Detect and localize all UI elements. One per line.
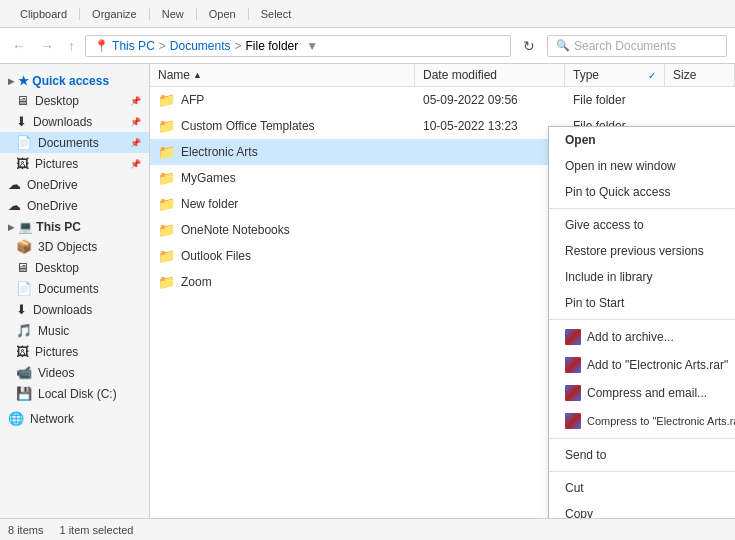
sidebar-item-network[interactable]: 🌐 Network [0,408,149,429]
ctx-include-library[interactable]: Include in library ► [549,264,735,290]
back-button[interactable]: ← [8,36,30,56]
status-bar: 8 items 1 item selected [0,518,735,540]
clipboard-label: Clipboard [20,8,67,20]
this-pc-header[interactable]: ▶ 💻 This PC [0,216,149,236]
file-date-outlook [415,254,565,258]
sidebar-item-documents-quick[interactable]: 📄 Documents 📌 [0,132,149,153]
ctx-open-new-window[interactable]: Open in new window [549,153,735,179]
open-label: Open [209,8,236,20]
main-area: ▶ ★ Quick access 🖥 Desktop 📌 ⬇ Downloads… [0,64,735,518]
network-icon: 🌐 [8,411,24,426]
sidebar-item-videos[interactable]: 📹 Videos [0,362,149,383]
sidebar-item-documents[interactable]: 📄 Documents [0,278,149,299]
ctx-compress-ea-email[interactable]: Compress to "Electronic Arts.rar" and em… [549,407,735,435]
sidebar-item-downloads-quick[interactable]: ⬇ Downloads 📌 [0,111,149,132]
ctx-copy[interactable]: Copy [549,501,735,518]
sidebar-item-pictures[interactable]: 🖼 Pictures [0,341,149,362]
ctx-give-access[interactable]: Give access to ► [549,212,735,238]
sidebar-item-downloads[interactable]: ⬇ Downloads [0,299,149,320]
folder-icon: 📁 [158,222,175,238]
toolbar-select: Select [249,8,304,20]
size-header-label: Size [673,68,696,82]
pictures-quick-label: Pictures [35,157,122,171]
forward-button[interactable]: → [36,36,58,56]
address-path[interactable]: 📍 This PC > Documents > File folder ▼ [85,35,511,57]
downloads2-label: Downloads [33,303,141,317]
sidebar-item-onedrive1[interactable]: ☁ OneDrive [0,174,149,195]
search-box[interactable]: 🔍 Search Documents [547,35,727,57]
rar-icon2 [565,357,581,373]
sidebar-item-onedrive2[interactable]: ☁ OneDrive [0,195,149,216]
col-header-type[interactable]: Type ✓ [565,64,665,86]
ctx-pin-quick-access[interactable]: Pin to Quick access [549,179,735,205]
music-icon: 🎵 [16,323,32,338]
ctx-compress-email[interactable]: Compress and email... [549,379,735,407]
file-name-cot: 📁 Custom Office Templates [150,116,415,136]
file-name-mygames: 📁 MyGames [150,168,415,188]
pictures-icon: 🖼 [16,156,29,171]
address-bar: ← → ↑ 📍 This PC > Documents > File folde… [0,28,735,64]
sidebar-item-pictures-quick[interactable]: 🖼 Pictures 📌 [0,153,149,174]
file-name-afp: 📁 AFP [150,90,415,110]
chevron-icon: ▶ [8,77,14,86]
col-header-date[interactable]: Date modified [415,64,565,86]
downloads-label: Downloads [33,115,122,129]
up-button[interactable]: ↑ [64,36,79,56]
table-row[interactable]: 📁 AFP 05-09-2022 09:56 File folder [150,87,735,113]
music-label: Music [38,324,141,338]
name-header-label: Name [158,68,190,82]
onedrive-icon2: ☁ [8,198,21,213]
ctx-add-archive[interactable]: Add to archive... [549,323,735,351]
3dobjects-label: 3D Objects [38,240,141,254]
path-documents: Documents [170,39,231,53]
sidebar-item-localdisk[interactable]: 💾 Local Disk (C:) [0,383,149,404]
rar-icon3 [565,385,581,401]
sidebar-item-desktop[interactable]: 🖥 Desktop [0,257,149,278]
context-menu: Open Open in new window Pin to Quick acc… [548,126,735,518]
refresh-button[interactable]: ↻ [517,36,541,56]
folder-icon: 📁 [158,92,175,108]
file-size-afp [665,98,735,102]
search-icon: 🔍 [556,39,570,52]
file-name-newfolder: 📁 New folder [150,194,415,214]
select-label: Select [261,8,292,20]
item-count: 8 items [8,524,43,536]
network-label: Network [30,412,141,426]
onedrive-icon1: ☁ [8,177,21,192]
ctx-send-to[interactable]: Send to ► [549,442,735,468]
organize-label: Organize [92,8,137,20]
ctx-restore-versions[interactable]: Restore previous versions [549,238,735,264]
ctx-pin-start[interactable]: Pin to Start [549,290,735,316]
sidebar-item-3dobjects[interactable]: 📦 3D Objects [0,236,149,257]
sidebar-item-desktop-quick[interactable]: 🖥 Desktop 📌 [0,90,149,111]
folder-icon: 📁 [158,274,175,290]
desktop2-label: Desktop [35,261,141,275]
type-header-label: Type [573,68,599,82]
localdisk-icon: 💾 [16,386,32,401]
rar-icon1 [565,329,581,345]
sidebar-item-music[interactable]: 🎵 Music [0,320,149,341]
ctx-sep2 [549,319,735,320]
desktop-label: Desktop [35,94,122,108]
ctx-open[interactable]: Open [549,127,735,153]
ctx-add-ea-rar[interactable]: Add to "Electronic Arts.rar" [549,351,735,379]
quick-access-header[interactable]: ▶ ★ Quick access [0,70,149,90]
search-placeholder: Search Documents [574,39,676,53]
file-date-afp: 05-09-2022 09:56 [415,91,565,109]
file-type-afp: File folder [565,91,665,109]
file-date-ea [415,150,565,154]
col-header-name[interactable]: Name ▲ [150,64,415,86]
desktop-icon: 🖥 [16,93,29,108]
documents2-label: Documents [38,282,141,296]
this-pc-label: 💻 This PC [18,220,81,234]
documents2-icon: 📄 [16,281,32,296]
ctx-sep3 [549,438,735,439]
desktop2-icon: 🖥 [16,260,29,275]
ctx-cut[interactable]: Cut [549,475,735,501]
folder-icon: 📁 [158,170,175,186]
toolbar: Clipboard Organize New Open Select [0,0,735,28]
pictures2-label: Pictures [35,345,141,359]
date-header-label: Date modified [423,68,497,82]
col-header-size[interactable]: Size [665,64,735,86]
thispc-chevron-icon: ▶ [8,223,14,232]
